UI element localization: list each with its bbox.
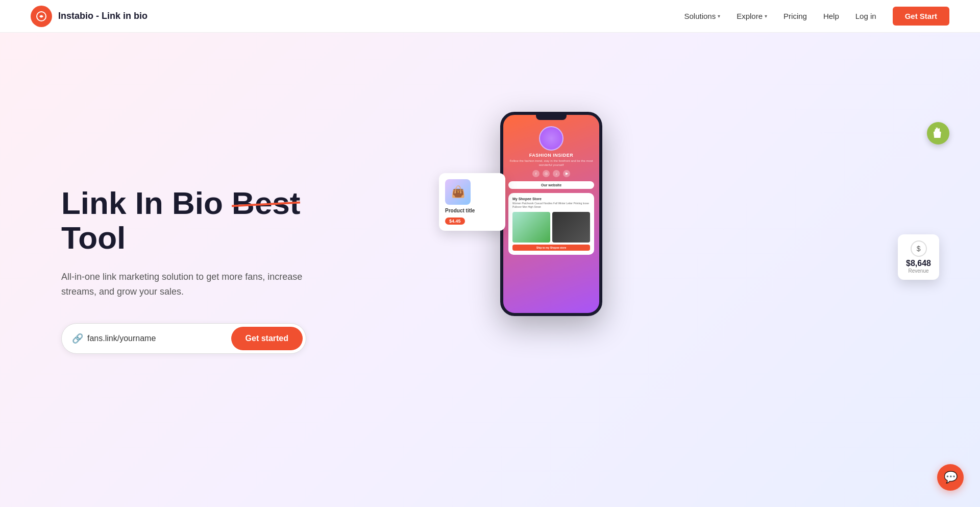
solutions-caret-icon: ▾ bbox=[718, 13, 720, 19]
hero-input-row: 🔗 Get started bbox=[61, 323, 306, 354]
login-nav[interactable]: Log in bbox=[855, 12, 876, 20]
navbar: Instabio - Link in bio Solutions ▾ Explo… bbox=[0, 0, 980, 33]
phone-profile-name: FASHION INSIDER bbox=[529, 153, 574, 158]
get-start-button[interactable]: Get Start bbox=[893, 7, 949, 26]
hero-title-strikethrough: Best bbox=[232, 186, 300, 221]
link-icon: 🔗 bbox=[72, 333, 83, 344]
revenue-icon: $ bbox=[911, 240, 927, 257]
float-product-title: Product title bbox=[445, 208, 499, 213]
phone-shop-card: My Shopee Store Women Patchwork Casual H… bbox=[508, 193, 594, 255]
float-product-price: $4.45 bbox=[445, 218, 465, 225]
solutions-nav[interactable]: Solutions ▾ bbox=[684, 12, 720, 20]
phone-shop-desc: Women Patchwork Casual Hoodies Fall Wint… bbox=[512, 202, 590, 209]
explore-nav[interactable]: Explore ▾ bbox=[737, 12, 767, 20]
revenue-label: Revenue bbox=[906, 268, 931, 274]
float-revenue-card: $ $8,648 Revenue bbox=[898, 234, 939, 280]
phone-shop-img-1 bbox=[512, 212, 550, 243]
get-started-button[interactable]: Get started bbox=[231, 327, 303, 350]
pricing-nav[interactable]: Pricing bbox=[783, 12, 807, 20]
phone-shop-images bbox=[512, 212, 590, 243]
shopify-badge bbox=[927, 122, 949, 144]
float-product-card: 👜 Product title $4.45 bbox=[439, 173, 505, 231]
phone-social-row: f ◎ ♪ ▶ bbox=[532, 170, 570, 177]
phone-profile-desc: Follow the fashion trend, stay in the fo… bbox=[508, 159, 594, 167]
phone-social-tiktok: ♪ bbox=[553, 170, 560, 177]
explore-caret-icon: ▾ bbox=[765, 13, 767, 19]
hero-right: FASHION INSIDER Follow the fashion trend… bbox=[408, 91, 980, 449]
hero-url-input[interactable] bbox=[87, 334, 227, 343]
phone-shop-img-2 bbox=[552, 212, 590, 243]
phone-social-instagram: ◎ bbox=[543, 170, 550, 177]
logo-icon bbox=[31, 6, 52, 27]
float-product-image: 👜 bbox=[445, 179, 471, 205]
phone-social-youtube: ▶ bbox=[563, 170, 570, 177]
hero-left: Link In Bio Best Tool All-in-one link ma… bbox=[0, 145, 408, 395]
revenue-amount: $8,648 bbox=[906, 259, 931, 268]
hero-title: Link In Bio Best Tool bbox=[61, 186, 368, 255]
chat-bubble-button[interactable]: 💬 bbox=[937, 464, 964, 491]
phone-social-facebook: f bbox=[532, 170, 540, 177]
help-nav[interactable]: Help bbox=[823, 12, 839, 20]
phone-shop-title: My Shopee Store bbox=[512, 197, 590, 201]
navbar-right: Solutions ▾ Explore ▾ Pricing Help Log i… bbox=[684, 7, 949, 26]
chat-icon: 💬 bbox=[944, 471, 958, 484]
phone-mockup: FASHION INSIDER Follow the fashion trend… bbox=[500, 112, 602, 316]
phone-avatar bbox=[539, 126, 564, 151]
phone-shop-btn: Ship to my Shopee store bbox=[512, 245, 590, 251]
phone-website-btn: Our website bbox=[508, 181, 594, 189]
phone-notch bbox=[536, 115, 567, 120]
hero-section: Link In Bio Best Tool All-in-one link ma… bbox=[0, 33, 980, 507]
hero-subtitle: All-in-one link marketing solution to ge… bbox=[61, 270, 337, 299]
logo-text: Instabio - Link in bio bbox=[58, 11, 148, 21]
phone-inner: FASHION INSIDER Follow the fashion trend… bbox=[503, 124, 599, 257]
navbar-left: Instabio - Link in bio bbox=[31, 6, 148, 27]
